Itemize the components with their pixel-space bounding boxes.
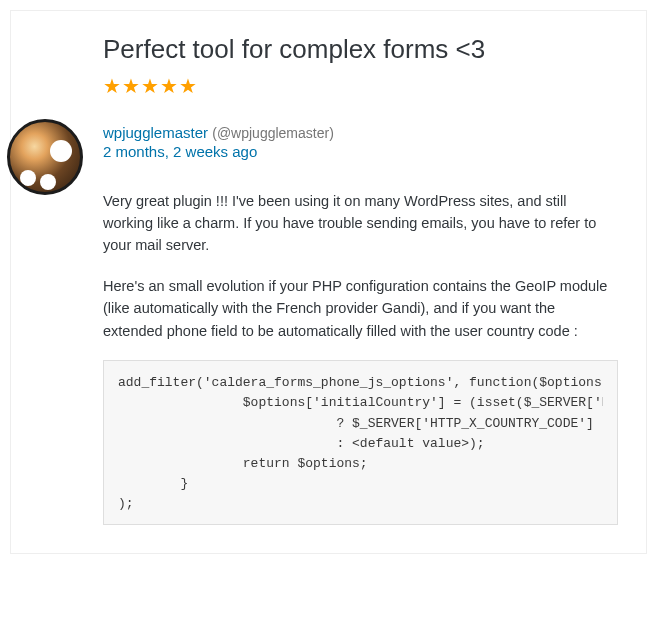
avatar[interactable] [7,119,83,195]
author-handle: (@wpjugglemaster) [212,125,334,141]
code-content[interactable]: add_filter('caldera_forms_phone_js_optio… [118,373,603,514]
avatar-image [7,119,83,195]
author-link[interactable]: wpjugglemaster [103,124,208,141]
review-card: Perfect tool for complex forms <3 ★★★★★ … [10,10,647,554]
author-line: wpjugglemaster (@wpjugglemaster) [103,124,618,141]
review-title: Perfect tool for complex forms <3 [103,33,618,66]
review-paragraph: Here's an small evolution if your PHP co… [103,275,618,342]
code-block: add_filter('caldera_forms_phone_js_optio… [103,360,618,525]
timestamp-link[interactable]: 2 months, 2 weeks ago [103,143,257,160]
star-rating: ★★★★★ [103,74,618,98]
review-paragraph: Very great plugin !!! I've been using it… [103,190,618,257]
